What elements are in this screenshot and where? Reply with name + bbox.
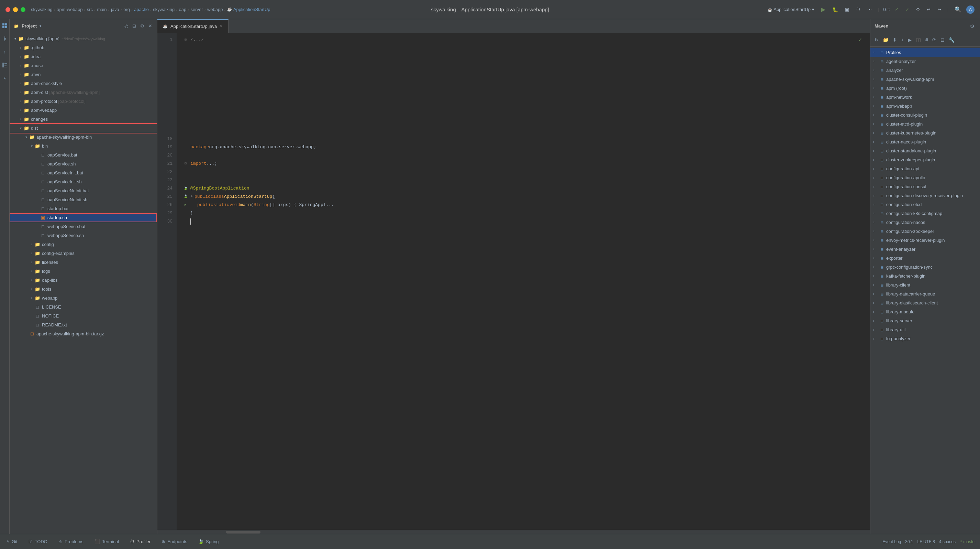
tree-root[interactable]: ▾ 📁 skywalking [apm] ~/IdeaProjects/skyw… <box>10 34 157 43</box>
maven-profiles[interactable]: › ⊞ Profiles <box>870 48 980 57</box>
hide-button[interactable]: ✕ <box>148 23 153 29</box>
bc-java[interactable]: java <box>111 7 119 12</box>
structure-icon[interactable] <box>1 61 9 69</box>
tree-item-idea[interactable]: › 📁 .idea <box>10 52 157 61</box>
bc-apache[interactable]: apache <box>134 7 149 12</box>
maven-add-btn[interactable]: 📁 <box>881 36 890 44</box>
bc-server[interactable]: server <box>191 7 203 12</box>
git-check2[interactable]: ✓ <box>904 6 911 13</box>
settings-button[interactable]: ⚙ <box>140 23 145 29</box>
locate-button[interactable]: ◎ <box>124 23 129 29</box>
bc-org[interactable]: org <box>123 7 130 12</box>
run-button[interactable]: ▶ <box>819 5 827 13</box>
maven-library-datacarrier[interactable]: › ⊞ library-datacarrier-queue <box>870 290 980 298</box>
bc-class[interactable]: ApplicationStartUp <box>233 7 270 12</box>
tree-item-targz[interactable]: ⊞ apache-skywalking-apm-bin.tar.gz <box>10 330 157 338</box>
tree-item-apmdist[interactable]: › 📁 apm-dist [apache-skywalking-apm] <box>10 88 157 97</box>
maven-settings-btn[interactable]: ⚙ <box>969 22 976 30</box>
search-button[interactable]: 🔍 <box>953 5 964 13</box>
spring-status[interactable]: 🍃 Spring <box>196 538 222 546</box>
terminal-status[interactable]: ⬛ Terminal <box>92 538 122 546</box>
maven-tool-btn[interactable]: 🔧 <box>947 36 956 44</box>
bc-oap[interactable]: oap <box>179 7 186 12</box>
maven-run-btn[interactable]: ▶ <box>907 36 913 44</box>
maven-event-analyzer[interactable]: › ⊞ event-analyzer <box>870 245 980 254</box>
run-config-selector[interactable]: ☕ ApplicationStartUp ▾ <box>765 6 816 13</box>
maven-cluster-nacos[interactable]: › ⊞ cluster-nacos-plugin <box>870 137 980 147</box>
maven-cluster-kubernetes[interactable]: › ⊞ cluster-kubernetes-plugin <box>870 129 980 137</box>
tree-item-config[interactable]: › 📁 config <box>10 240 157 249</box>
project-icon[interactable] <box>1 22 9 30</box>
tree-item-notice[interactable]: □ NOTICE <box>10 312 157 321</box>
tree-item-config-examples[interactable]: › 📁 config-examples <box>10 249 157 258</box>
tree-item-muse[interactable]: › 📁 .muse <box>10 61 157 70</box>
maven-configuration-zookeeper[interactable]: › ⊞ configuration-zookeeper <box>870 227 980 236</box>
maven-library-server[interactable]: › ⊞ library-server <box>870 316 980 326</box>
more-button[interactable]: ⋯ <box>865 6 874 13</box>
avatar-button[interactable]: A <box>966 5 975 14</box>
maven-hash-btn[interactable]: # <box>924 36 929 44</box>
pull-request-icon[interactable]: ↕ <box>1 48 9 56</box>
tree-item-checkstyle[interactable]: › 📁 apm-checkstyle <box>10 79 157 88</box>
tree-item-bin[interactable]: ▾ 📁 bin <box>10 142 157 151</box>
tree-item-tools[interactable]: › 📁 tools <box>10 285 157 294</box>
tree-item-webappservice-sh[interactable]: □ webappService.sh <box>10 231 157 240</box>
tree-item-github[interactable]: › 📁 .github <box>10 43 157 52</box>
tree-item-apmbindir[interactable]: ▾ 📁 apache-skywalking-apm-bin <box>10 133 157 142</box>
maven-library-client[interactable]: › ⊞ library-client <box>870 281 980 290</box>
tree-item-oapservice-sh[interactable]: □ oapService.sh <box>10 160 157 169</box>
tree-item-startup-sh[interactable]: ▣ startup.sh <box>10 213 157 222</box>
profiler-status[interactable]: ⏱ Profiler <box>127 538 153 546</box>
maven-apache-skywalking-apm[interactable]: › ⊞ apache-skywalking-apm <box>870 75 980 84</box>
tree-item-startup-bat[interactable]: □ startup.bat <box>10 204 157 213</box>
collapse-button[interactable]: ⊟ <box>132 23 137 29</box>
maven-library-util[interactable]: › ⊞ library-util <box>870 326 980 334</box>
panel-dropdown[interactable]: ▾ <box>40 24 41 28</box>
tree-item-oapserviceinit-bat[interactable]: □ oapServiceInit.bat <box>10 169 157 177</box>
maven-cluster-standalone[interactable]: › ⊞ cluster-standalone-plugin <box>870 147 980 155</box>
problems-status[interactable]: ⚠ Problems <box>56 538 86 546</box>
todo-status[interactable]: ☑ TODO <box>26 538 50 546</box>
maven-log-analyzer[interactable]: › ⊞ log-analyzer <box>870 334 980 343</box>
maven-configuration-consul[interactable]: › ⊞ configuration-consul <box>870 182 980 191</box>
tree-item-oapserviceinit-sh[interactable]: □ oapServiceInit.sh <box>10 177 157 187</box>
tree-item-apmwebapp[interactable]: › 📁 apm-webapp <box>10 106 157 115</box>
maven-cluster-etcd[interactable]: › ⊞ cluster-etcd-plugin <box>870 120 980 129</box>
coverage-button[interactable]: ▣ <box>843 6 851 13</box>
tree-item-dist[interactable]: ▾ 📁 dist <box>10 124 157 133</box>
tab-close-button[interactable]: ✕ <box>220 24 223 29</box>
tree-item-oap-libs[interactable]: › 📁 oap-libs <box>10 276 157 285</box>
maven-grpc-config[interactable]: › ⊞ grpc-configuration-sync <box>870 263 980 272</box>
maven-apm-root[interactable]: › ⊞ apm (root) <box>870 84 980 93</box>
maven-download-btn[interactable]: ⬇ <box>891 36 898 44</box>
tree-item-readme[interactable]: □ README.txt <box>10 321 157 330</box>
maven-configuration-api[interactable]: › ⊞ configuration-api <box>870 164 980 173</box>
bc-src[interactable]: src <box>87 7 93 12</box>
endpoints-status[interactable]: ⊕ Endpoints <box>159 538 190 546</box>
maven-configuration-nacos[interactable]: › ⊞ configuration-nacos <box>870 218 980 227</box>
maven-filter-btn[interactable]: ⊟ <box>939 36 946 44</box>
scrollbar-thumb[interactable] <box>226 531 261 533</box>
tree-item-oapservicenoinit-bat[interactable]: □ oapServiceNoInit.bat <box>10 187 157 195</box>
profile-button[interactable]: ⏱ <box>854 6 862 13</box>
maven-configuration-etcd[interactable]: › ⊞ configuration-etcd <box>870 200 980 209</box>
maven-agent-analyzer[interactable]: › ⊞ agent-analyzer <box>870 57 980 66</box>
git-forward[interactable]: ↪ <box>935 6 943 13</box>
tree-item-changes[interactable]: › 📁 changes <box>10 115 157 124</box>
close-button[interactable] <box>5 7 10 12</box>
tree-item-oapservicenoinit-sh[interactable]: □ oapServiceNoInit.sh <box>10 195 157 204</box>
tree-item-mvn[interactable]: › 📁 .mvn <box>10 70 157 79</box>
maven-toggle-btn[interactable]: ⟳ <box>931 36 938 44</box>
maven-configuration-apollo[interactable]: › ⊞ configuration-apollo <box>870 173 980 182</box>
tree-item-apmprotocol[interactable]: › 📁 apm-protocol [oap-protocol] <box>10 97 157 106</box>
event-log[interactable]: Event Log <box>882 539 901 544</box>
maven-apm-webapp[interactable]: › ⊞ apm-webapp <box>870 102 980 111</box>
git-back[interactable]: ↩ <box>925 6 932 13</box>
maven-library-module[interactable]: › ⊞ library-module <box>870 308 980 316</box>
maven-cluster-consul[interactable]: › ⊞ cluster-consul-plugin <box>870 111 980 120</box>
maven-envoy-metrics[interactable]: › ⊞ envoy-metrics-receiver-plugin <box>870 236 980 245</box>
minimize-button[interactable] <box>13 7 18 12</box>
bc-skywalking2[interactable]: skywalking <box>153 7 175 12</box>
tab-applicationstartup[interactable]: ☕ ApplicationStartUp.java ✕ <box>158 19 229 33</box>
maven-kafka-fetcher[interactable]: › ⊞ kafka-fetcher-plugin <box>870 272 980 281</box>
